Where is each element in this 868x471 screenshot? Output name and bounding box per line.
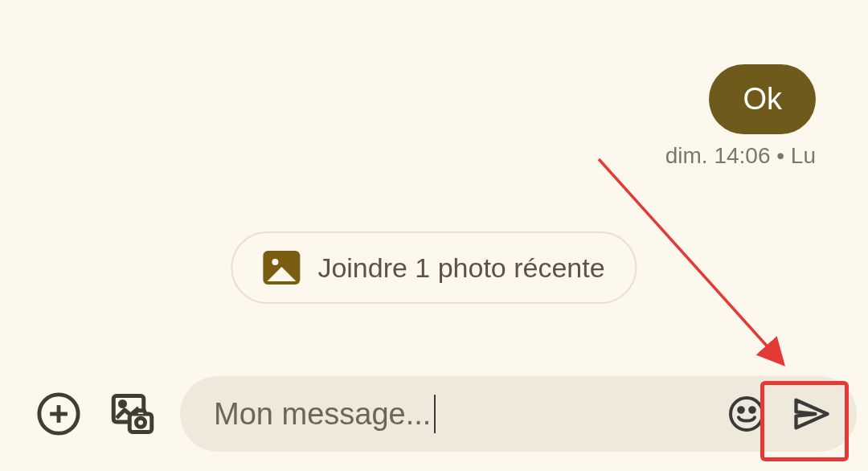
- svg-point-4: [121, 402, 125, 407]
- photo-icon: [263, 251, 300, 285]
- gallery-camera-icon: [108, 390, 157, 438]
- gallery-button[interactable]: [106, 387, 159, 440]
- plus-circle-icon: [35, 391, 82, 437]
- message-meta: dim. 14:06 • Lu: [665, 143, 816, 169]
- svg-point-7: [731, 398, 763, 430]
- send-button[interactable]: [780, 382, 844, 446]
- message-input[interactable]: Mon message...: [180, 376, 857, 452]
- text-cursor: [434, 395, 436, 433]
- message-input-text: Mon message...: [214, 395, 714, 433]
- add-attachment-button[interactable]: [32, 387, 85, 440]
- attach-suggestion-label: Joindre 1 photo récente: [317, 252, 604, 284]
- message-text: Ok: [743, 82, 782, 116]
- svg-point-8: [739, 408, 743, 412]
- emoji-icon: [727, 395, 766, 433]
- svg-point-9: [750, 408, 755, 412]
- attach-recent-photo-button[interactable]: Joindre 1 photo récente: [231, 231, 637, 304]
- outgoing-message-bubble[interactable]: Ok: [709, 64, 816, 134]
- emoji-button[interactable]: [723, 391, 770, 437]
- send-icon: [791, 393, 833, 435]
- input-bar: Mon message...: [0, 370, 868, 458]
